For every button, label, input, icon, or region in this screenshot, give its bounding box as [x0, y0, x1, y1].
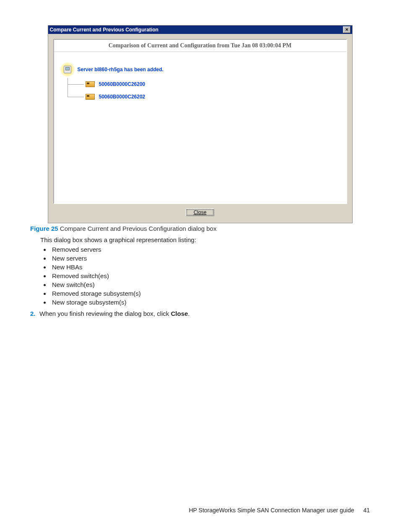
tree-item-hba: 50060B0000C26200	[68, 78, 338, 90]
tree-view: Server bl860-rh5ga has been added. 50060…	[54, 52, 346, 111]
list-item: New storage subsystem(s)	[50, 299, 370, 306]
server-icon	[62, 65, 73, 75]
close-button[interactable]: Close	[186, 209, 215, 216]
figure-label: Figure 25	[30, 225, 58, 232]
server-added-text: Server bl860-rh5ga has been added.	[78, 67, 164, 72]
dialog-body: Comparison of Current and Configuration …	[48, 34, 352, 223]
list-item: Removed servers	[50, 246, 370, 253]
dialog-titlebar: Compare Current and Previous Configurati…	[48, 26, 352, 34]
tree-root-server: Server bl860-rh5ga has been added.	[62, 65, 338, 75]
hba-wwn: 50060B0000C26200	[99, 81, 145, 87]
step-text: When you finish reviewing the dialog box…	[39, 310, 190, 317]
list-item: Removed storage subsystem(s)	[50, 290, 370, 297]
hba-wwn: 50060B0000C26202	[99, 94, 145, 100]
intro-text: This dialog box shows a graphical repres…	[40, 236, 370, 243]
footer-text: HP StorageWorks Simple SAN Connection Ma…	[189, 507, 354, 514]
list-item: New servers	[50, 255, 370, 262]
step-number: 2.	[30, 310, 39, 317]
tree-item-hba: 50060B0000C26202	[68, 90, 338, 103]
panel-header: Comparison of Current and Configuration …	[54, 40, 346, 52]
bullet-list: Removed servers New servers New HBAs Rem…	[50, 246, 370, 306]
dialog-title: Compare Current and Previous Configurati…	[50, 27, 158, 33]
list-item: Removed switch(es)	[50, 272, 370, 279]
hba-icon	[86, 94, 95, 100]
page-footer: HP StorageWorks Simple SAN Connection Ma…	[189, 507, 370, 514]
figure-caption-text: Compare Current and Previous Configurati…	[60, 225, 217, 232]
page-number: 41	[363, 507, 370, 514]
dialog-screenshot: Compare Current and Previous Configurati…	[48, 25, 353, 223]
hba-icon	[86, 81, 95, 87]
list-item: New HBAs	[50, 263, 370, 271]
step-2: 2. When you finish reviewing the dialog …	[30, 310, 370, 317]
comparison-panel: Comparison of Current and Configuration …	[53, 39, 347, 204]
button-row: Close	[53, 204, 347, 218]
list-item: New switch(es)	[50, 281, 370, 288]
figure-caption: Figure 25 Compare Current and Previous C…	[30, 225, 370, 232]
tree-children: 50060B0000C26200 50060B0000C26202	[68, 78, 338, 103]
close-icon[interactable]: ✕	[343, 26, 351, 33]
